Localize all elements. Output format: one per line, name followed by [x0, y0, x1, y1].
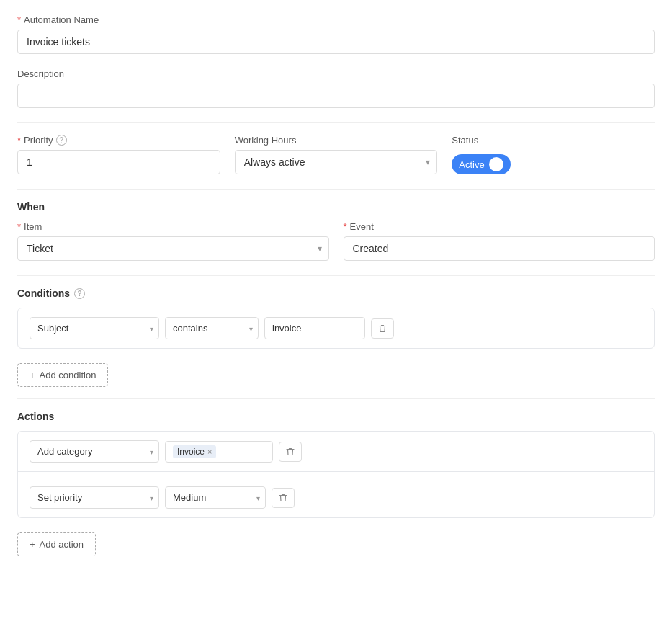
action-1-tag: Invoice ×: [173, 445, 216, 458]
status-text: Active: [459, 159, 484, 170]
condition-field-select[interactable]: Subject: [30, 317, 159, 339]
divider-4: [17, 398, 655, 399]
add-action-button[interactable]: + Add action: [17, 532, 96, 556]
priority-label: * Priority ?: [17, 135, 220, 146]
event-input[interactable]: [344, 236, 655, 261]
item-select-wrapper: Ticket ▾: [17, 236, 329, 261]
add-condition-button[interactable]: + Add condition: [17, 363, 108, 387]
action-1-tag-input[interactable]: Invoice ×: [165, 441, 273, 463]
when-section-title: When: [17, 201, 655, 213]
automation-name-input[interactable]: [17, 30, 655, 54]
add-condition-plus-icon: +: [30, 370, 35, 380]
description-group: Description: [17, 68, 655, 108]
action-1-type-wrapper: Add category ▾: [30, 440, 159, 463]
item-label: * Item: [17, 221, 329, 232]
status-badge[interactable]: Active: [452, 154, 510, 174]
trash-icon-action-1: [285, 447, 295, 457]
status-label: Status: [452, 135, 655, 146]
status-group: Status Active: [452, 135, 655, 174]
action-2-value-select[interactable]: Medium: [165, 486, 266, 509]
event-label: * Event: [344, 221, 655, 232]
working-hours-select[interactable]: Always active: [235, 150, 438, 174]
delete-action-2-button[interactable]: [272, 488, 295, 508]
automation-name-label: * Automation Name: [17, 14, 655, 25]
conditions-box: Subject ▾ contains ▾: [17, 308, 655, 349]
event-group: * Event: [344, 221, 655, 261]
working-hours-select-wrapper: Always active ▾: [235, 150, 438, 174]
add-action-plus-icon: +: [30, 539, 35, 550]
delete-condition-button[interactable]: [371, 318, 394, 339]
condition-row-1: Subject ▾ contains ▾: [18, 308, 654, 348]
item-select[interactable]: Ticket: [17, 236, 329, 261]
description-label: Description: [17, 68, 655, 79]
divider-1: [17, 122, 655, 123]
condition-field-wrapper: Subject ▾: [30, 317, 159, 339]
required-star: *: [17, 14, 21, 25]
action-2-type-wrapper: Set priority ▾: [30, 486, 159, 509]
item-event-row: * Item Ticket ▾ * Event: [17, 221, 655, 261]
description-input[interactable]: [17, 84, 655, 108]
priority-input[interactable]: [17, 150, 220, 174]
trash-icon-action-2: [278, 493, 288, 503]
priority-working-status-row: * Priority ? Working Hours Always active…: [17, 135, 655, 174]
working-hours-group: Working Hours Always active ▾: [235, 135, 438, 174]
action-2-type-select[interactable]: Set priority: [30, 486, 159, 509]
priority-help-icon[interactable]: ?: [56, 135, 67, 146]
status-toggle-container: Active: [452, 154, 655, 174]
delete-action-1-button[interactable]: [279, 442, 302, 462]
page-container: * Automation Name Description * Priority…: [0, 0, 672, 642]
actions-section-title: Actions: [17, 411, 655, 422]
action-2-value-wrapper: Medium ▾: [165, 486, 266, 509]
action-row-1: Add category ▾ Invoice ×: [18, 432, 654, 472]
condition-operator-wrapper: contains ▾: [165, 317, 259, 339]
action-1-type-select[interactable]: Add category: [30, 440, 159, 463]
priority-group: * Priority ?: [17, 135, 220, 174]
toggle-thumb-icon: [489, 157, 503, 171]
working-hours-label: Working Hours: [235, 135, 438, 146]
condition-operator-select[interactable]: contains: [165, 317, 259, 339]
conditions-help-icon[interactable]: ?: [74, 288, 85, 299]
divider-2: [17, 189, 655, 190]
actions-box: Add category ▾ Invoice × Set priority: [17, 431, 655, 518]
action-row-2: Set priority ▾ Medium ▾: [18, 478, 654, 517]
trash-icon: [377, 324, 387, 334]
condition-value-input[interactable]: [264, 317, 365, 339]
conditions-section-title: Conditions ?: [17, 287, 655, 299]
automation-name-group: * Automation Name: [17, 14, 655, 54]
item-group: * Item Ticket ▾: [17, 221, 329, 261]
action-1-tag-close-icon[interactable]: ×: [207, 447, 212, 456]
divider-3: [17, 275, 655, 276]
